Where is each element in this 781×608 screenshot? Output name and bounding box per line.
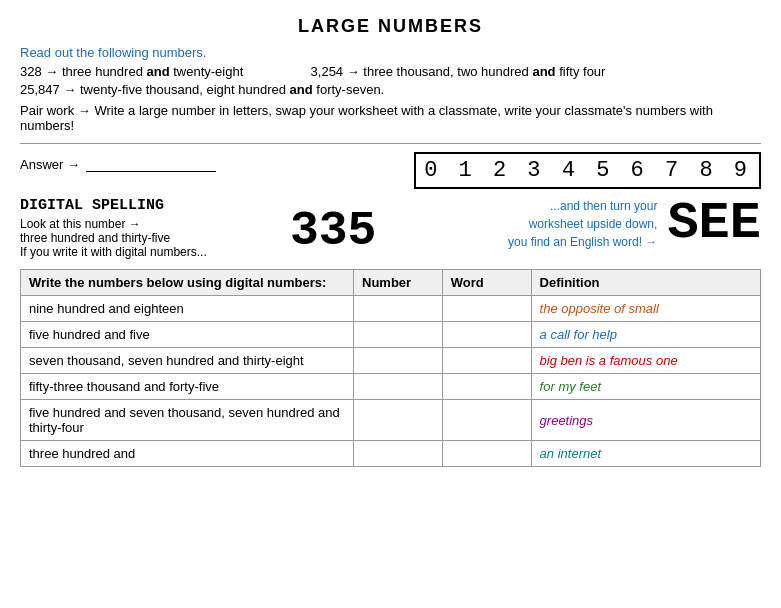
digital-right-text: ...and then turn your worksheet upside d… <box>508 197 657 251</box>
answer-input-line <box>86 156 216 172</box>
digital-spelling-section: DIGITAL SPELLING Look at this number → t… <box>20 197 761 259</box>
cell-number-0[interactable] <box>354 296 443 322</box>
digital-line3: If you write it with digital numbers... <box>20 245 240 259</box>
cell-number-1[interactable] <box>354 322 443 348</box>
ex2-text: 25,847 → twenty-five thousand, eight hun… <box>20 82 384 97</box>
intro-text: Read out the following numbers. <box>20 45 761 60</box>
numbers-table: Write the numbers below using digital nu… <box>20 269 761 467</box>
table-row: three hundred andan internet <box>21 441 761 467</box>
cell-write-1: five hundred and five <box>21 322 354 348</box>
example-line-2: 25,847 → twenty-five thousand, eight hun… <box>20 82 761 97</box>
table-row: fifty-three thousand and forty-fivefor m… <box>21 374 761 400</box>
divider <box>20 143 761 144</box>
cell-number-3[interactable] <box>354 374 443 400</box>
table-row: seven thousand, seven hundred and thirty… <box>21 348 761 374</box>
cell-write-3: fifty-three thousand and forty-five <box>21 374 354 400</box>
answer-section: Answer → 0 1 2 3 4 5 6 7 8 9 <box>20 152 761 189</box>
cell-number-5[interactable] <box>354 441 443 467</box>
see-word: SEE <box>667 198 761 250</box>
table-header-row: Write the numbers below using digital nu… <box>21 270 761 296</box>
digital-title: DIGITAL SPELLING <box>20 197 240 214</box>
cell-definition-4: greetings <box>531 400 760 441</box>
cell-word-1[interactable] <box>442 322 531 348</box>
table-row: five hundred and seven thousand, seven h… <box>21 400 761 441</box>
page-title: LARGE NUMBERS <box>20 16 761 37</box>
col-header-word: Word <box>442 270 531 296</box>
cell-definition-0: the opposite of small <box>531 296 760 322</box>
cell-number-4[interactable] <box>354 400 443 441</box>
table-row: nine hundred and eighteenthe opposite of… <box>21 296 761 322</box>
col-header-definition: Definition <box>531 270 760 296</box>
answer-label: Answer → <box>20 156 216 172</box>
cell-word-3[interactable] <box>442 374 531 400</box>
cell-word-4[interactable] <box>442 400 531 441</box>
cell-write-2: seven thousand, seven hundred and thirty… <box>21 348 354 374</box>
cell-write-4: five hundred and seven thousand, seven h… <box>21 400 354 441</box>
cell-number-2[interactable] <box>354 348 443 374</box>
col-header-number: Number <box>354 270 443 296</box>
cell-definition-1: a call for help <box>531 322 760 348</box>
digit-display-container: 0 1 2 3 4 5 6 7 8 9 <box>414 152 761 189</box>
digital-left: DIGITAL SPELLING Look at this number → t… <box>20 197 240 259</box>
cell-write-0: nine hundred and eighteen <box>21 296 354 322</box>
ex1-text2: 3,254 → three thousand, two hundred and … <box>311 64 606 79</box>
pair-work-text: Pair work → Write a large number in lett… <box>20 103 761 133</box>
cell-word-2[interactable] <box>442 348 531 374</box>
example-line-1: 328 → three hundred and twenty-eight 3,2… <box>20 64 761 79</box>
digit-display: 0 1 2 3 4 5 6 7 8 9 <box>414 152 761 189</box>
digital-right: ...and then turn your worksheet upside d… <box>396 197 761 251</box>
cell-definition-2: big ben is a famous one <box>531 348 760 374</box>
table-row: five hundred and fivea call for help <box>21 322 761 348</box>
col-header-write: Write the numbers below using digital nu… <box>21 270 354 296</box>
cell-write-5: three hundred and <box>21 441 354 467</box>
cell-definition-5: an internet <box>531 441 760 467</box>
digital-number: 335 <box>290 207 376 255</box>
cell-definition-3: for my feet <box>531 374 760 400</box>
ex1-text: 328 → three hundred and twenty-eight <box>20 64 243 79</box>
digital-line1: Look at this number → <box>20 217 240 231</box>
cell-word-5[interactable] <box>442 441 531 467</box>
digital-line2: three hundred and thirty-five <box>20 231 240 245</box>
cell-word-0[interactable] <box>442 296 531 322</box>
